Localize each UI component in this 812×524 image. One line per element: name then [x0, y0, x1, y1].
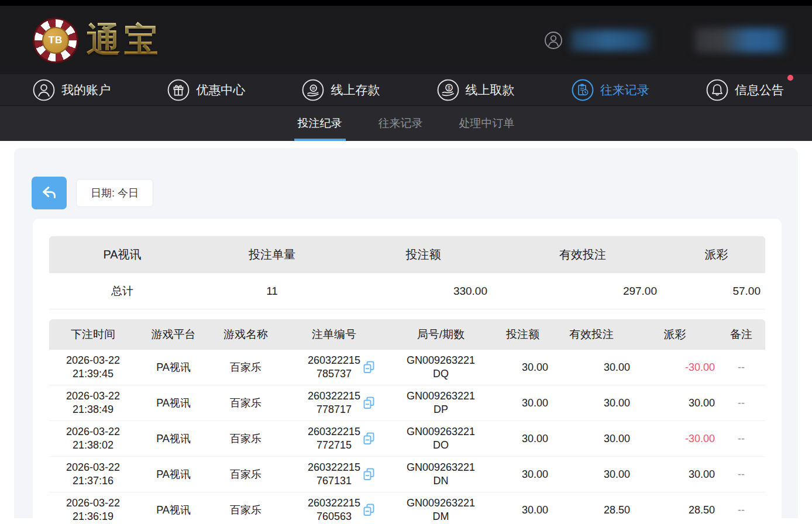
- casino-chip-icon: TB: [33, 18, 78, 63]
- nav-item-promotions[interactable]: 优惠中心: [167, 79, 245, 101]
- tab-transaction-records[interactable]: 往来记录: [375, 106, 426, 141]
- bet-amount-cell: 30.00: [495, 433, 550, 445]
- valid-bet-cell: 28.50: [550, 504, 632, 516]
- copy-bet-id-button[interactable]: [362, 395, 376, 411]
- bet-id-cell: 260322215 785737: [281, 354, 387, 381]
- summary-bet-amount: 330.00: [349, 285, 498, 298]
- summary-header-bet-amount: 投注额: [349, 247, 498, 263]
- records-clipboard-clock-icon: [572, 79, 594, 101]
- note-cell: --: [717, 397, 765, 409]
- records-card: PA视讯 投注单量 投注额 有效投注 派彩 总计 11 330.00 297.0…: [33, 219, 782, 524]
- valid-bet-cell: 30.00: [550, 433, 632, 445]
- platform-cell: PA视讯: [137, 432, 210, 446]
- gift-icon: [167, 79, 190, 101]
- table-gap: [49, 309, 765, 319]
- summary-header-row: PA视讯 投注单量 投注额 有效投注 派彩: [49, 236, 765, 273]
- redacted-balance: [695, 28, 786, 53]
- col-bet-amount: 投注额: [495, 327, 550, 342]
- summary-total-row: 总计 11 330.00 297.00 57.00: [49, 273, 765, 309]
- main-nav: 我的账户 优惠中心 线上存款 $ 线上取款: [0, 74, 812, 106]
- note-cell: --: [717, 468, 765, 481]
- summary-header-platform: PA视讯: [49, 247, 195, 263]
- nav-item-withdraw[interactable]: $ 线上取款: [437, 79, 515, 101]
- bet-amount-cell: 30.00: [495, 397, 550, 409]
- platform-cell: PA视讯: [137, 360, 210, 374]
- nav-item-my-account[interactable]: 我的账户: [33, 79, 111, 101]
- col-payout: 派彩: [632, 327, 717, 342]
- round-number-cell: GN009263221 DN: [387, 461, 495, 488]
- date-filter[interactable]: 日期: 今日: [76, 179, 153, 207]
- round-number-cell: GN009263221 DP: [387, 389, 495, 417]
- nav-label: 我的账户: [61, 82, 111, 98]
- valid-bet-cell: 30.00: [550, 397, 632, 409]
- brand-logo[interactable]: TB 通宝: [33, 18, 161, 63]
- summary-header-valid-bet: 有效投注: [498, 247, 668, 263]
- bet-amount-cell: 30.00: [495, 361, 550, 374]
- nav-item-deposit[interactable]: 线上存款: [302, 79, 380, 101]
- bet-id-cell: 260322215 772715: [281, 425, 387, 453]
- summary-header-bet-count: 投注单量: [195, 247, 349, 263]
- tab-betting-records[interactable]: 投注纪录: [294, 106, 346, 141]
- bet-time-cell: 2026-03-22 21:36:19: [49, 497, 137, 524]
- copy-bet-id-button[interactable]: [362, 502, 376, 518]
- game-name-cell: 百家乐: [210, 360, 281, 374]
- round-number-cell: GN009263221 DQ: [387, 354, 495, 381]
- toolbar: 日期: 今日: [32, 177, 153, 209]
- payout-cell: -30.00: [632, 433, 717, 445]
- note-cell: --: [717, 504, 765, 516]
- top-strip: [0, 0, 812, 6]
- tab-processing-orders[interactable]: 处理中订单: [456, 106, 518, 141]
- bet-time-cell: 2026-03-22 21:37:16: [49, 461, 137, 488]
- nav-label: 优惠中心: [196, 82, 245, 98]
- payout-cell: 30.00: [632, 397, 717, 409]
- content-panel: 日期: 今日 PA视讯 投注单量 投注额 有效投注 派彩 总计 11 330.0…: [14, 148, 798, 518]
- game-name-cell: 百家乐: [210, 432, 281, 446]
- col-platform: 游戏平台: [137, 327, 210, 342]
- svg-text:$: $: [448, 85, 450, 91]
- copy-icon: [362, 502, 376, 518]
- bet-id-cell: 260322215 767131: [281, 461, 387, 488]
- note-cell: --: [717, 433, 765, 445]
- table-row: 2026-03-22 21:37:16 PA视讯 百家乐 260322215 7…: [49, 457, 765, 492]
- col-note: 备注: [717, 327, 765, 342]
- copy-icon: [362, 395, 376, 411]
- note-cell: --: [717, 361, 765, 374]
- copy-bet-id-button[interactable]: [362, 360, 376, 375]
- brand-bar: TB 通宝: [0, 6, 812, 74]
- col-valid-bet: 有效投注: [550, 327, 632, 342]
- user-area: [544, 6, 786, 74]
- nav-item-transaction-records[interactable]: 往来记录: [572, 79, 649, 101]
- game-name-cell: 百家乐: [210, 467, 281, 481]
- spacer: [660, 40, 687, 40]
- deposit-coin-hand-icon: [302, 79, 324, 101]
- chip-tb-label: TB: [42, 27, 69, 54]
- page-content: 日期: 今日 PA视讯 投注单量 投注额 有效投注 派彩 总计 11 330.0…: [0, 141, 812, 518]
- bet-table-header: 下注时间 游戏平台 游戏名称 注单编号 局号/期数 投注额 有效投注 派彩 备注: [49, 319, 765, 350]
- bet-id-cell: 260322215 778717: [281, 389, 387, 417]
- summary-total-label: 总计: [49, 284, 195, 299]
- bet-table-body: 2026-03-22 21:39:45 PA视讯 百家乐 260322215 7…: [49, 350, 765, 524]
- table-row: 2026-03-22 21:39:45 PA视讯 百家乐 260322215 7…: [49, 350, 765, 385]
- sub-nav: 投注纪录 往来记录 处理中订单: [0, 106, 812, 141]
- table-row: 2026-03-22 21:36:19 PA视讯 百家乐 260322215 7…: [49, 492, 765, 524]
- payout-cell: -30.00: [632, 361, 717, 374]
- bet-time-cell: 2026-03-22 21:38:49: [49, 389, 137, 417]
- summary-header-payout: 派彩: [668, 247, 765, 263]
- bet-time-cell: 2026-03-22 21:38:02: [49, 425, 137, 453]
- copy-bet-id-button[interactable]: [362, 467, 376, 482]
- payout-cell: 28.50: [632, 504, 717, 516]
- user-avatar-icon[interactable]: [544, 31, 563, 50]
- game-name-cell: 百家乐: [210, 503, 281, 517]
- summary-valid-bet: 297.00: [498, 285, 668, 298]
- bet-id-cell: 260322215 760563: [281, 497, 387, 524]
- col-bet-id: 注单编号: [281, 327, 387, 342]
- notification-dot: [787, 75, 793, 81]
- bet-amount-cell: 30.00: [495, 504, 550, 516]
- nav-item-announcements[interactable]: 信息公告: [706, 79, 784, 101]
- platform-cell: PA视讯: [137, 396, 210, 410]
- bet-amount-cell: 30.00: [495, 468, 550, 481]
- back-arrow-icon: [40, 185, 58, 201]
- back-button[interactable]: [32, 177, 67, 209]
- bell-icon: [706, 79, 728, 101]
- copy-bet-id-button[interactable]: [362, 431, 376, 446]
